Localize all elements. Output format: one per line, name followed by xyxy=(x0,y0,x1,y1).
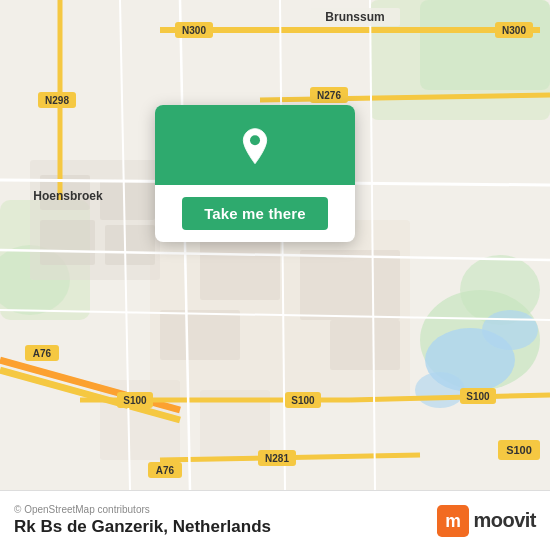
svg-rect-11 xyxy=(200,240,280,300)
svg-text:A76: A76 xyxy=(156,465,175,476)
location-pin-icon xyxy=(235,127,275,167)
svg-text:A76: A76 xyxy=(33,348,52,359)
moovit-logo: m moovit xyxy=(437,505,536,537)
map-svg: Brunssum Hoensbroek N300 N300 N298 N276 … xyxy=(0,0,550,490)
location-name: Rk Bs de Ganzerik, Netherlands xyxy=(14,517,271,537)
svg-rect-18 xyxy=(40,220,95,265)
attribution-text: © OpenStreetMap contributors xyxy=(14,504,271,515)
svg-rect-13 xyxy=(160,310,240,360)
footer: © OpenStreetMap contributors Rk Bs de Ga… xyxy=(0,490,550,550)
svg-text:N300: N300 xyxy=(182,25,206,36)
svg-rect-17 xyxy=(100,180,155,220)
svg-text:S100: S100 xyxy=(291,395,315,406)
svg-rect-19 xyxy=(105,225,155,265)
svg-rect-12 xyxy=(300,250,400,320)
svg-rect-6 xyxy=(420,0,550,90)
svg-text:m: m xyxy=(446,511,462,531)
popup-header xyxy=(155,105,355,185)
svg-text:S100: S100 xyxy=(123,395,147,406)
svg-point-9 xyxy=(415,372,465,408)
svg-point-8 xyxy=(482,310,538,350)
svg-rect-14 xyxy=(330,320,400,370)
svg-text:S100: S100 xyxy=(506,444,532,456)
svg-text:Hoensbroek: Hoensbroek xyxy=(33,189,103,203)
svg-text:Brunssum: Brunssum xyxy=(325,10,384,24)
svg-text:N281: N281 xyxy=(265,453,289,464)
moovit-brand-text: moovit xyxy=(473,509,536,532)
svg-text:N298: N298 xyxy=(45,95,69,106)
moovit-icon: m xyxy=(437,505,469,537)
map-container: Brunssum Hoensbroek N300 N300 N298 N276 … xyxy=(0,0,550,490)
svg-text:N300: N300 xyxy=(502,25,526,36)
take-me-there-button[interactable]: Take me there xyxy=(182,197,328,230)
footer-info: © OpenStreetMap contributors Rk Bs de Ga… xyxy=(14,504,271,537)
popup-footer: Take me there xyxy=(155,185,355,242)
svg-text:S100: S100 xyxy=(466,391,490,402)
svg-text:N276: N276 xyxy=(317,90,341,101)
location-popup: Take me there xyxy=(155,105,355,242)
svg-point-63 xyxy=(250,135,260,145)
